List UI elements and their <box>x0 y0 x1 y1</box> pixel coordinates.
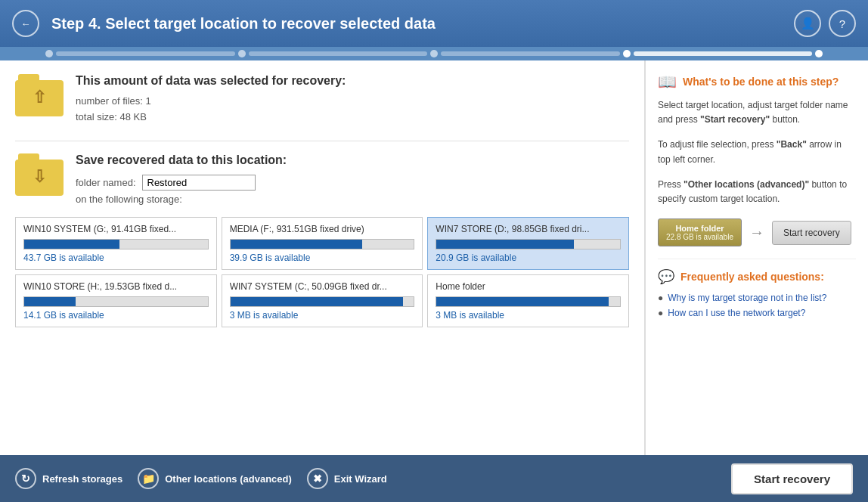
mini-recovery-demo: Home folder 22.8 GB is available → Start… <box>658 218 856 246</box>
other-locations-button[interactable]: 📁 Other locations (advanced) <box>138 468 292 489</box>
storage-bar-bg-1 <box>230 239 415 249</box>
storage-title-0: WIN10 SYSTEM (G:, 91.41GB fixed... <box>23 224 209 234</box>
folder-name-input[interactable] <box>142 175 256 191</box>
main-content: ⇧ This amount of data was selected for r… <box>0 60 868 455</box>
total-size: total size: 48 KB <box>76 110 346 126</box>
help-text-3: Press "Other locations (advanced)" butto… <box>658 178 856 206</box>
recovery-heading: This amount of data was selected for rec… <box>76 74 346 88</box>
storage-scroll-container: WIN10 SYSTEM (G:, 91.41GB fixed...43.7 G… <box>15 217 629 327</box>
back-button[interactable]: ← <box>12 10 39 37</box>
exit-wizard-button[interactable]: ✖ Exit Wizard <box>307 468 387 489</box>
files-count: number of files: 1 <box>76 94 346 110</box>
folder-name-row: folder named: <box>76 175 287 191</box>
storage-bar-fill-1 <box>231 240 363 249</box>
progress-step-1 <box>56 51 235 56</box>
folder-name-label: folder named: <box>76 177 136 188</box>
user-button[interactable]: 👤 <box>794 10 821 37</box>
storage-bar-fill-5 <box>436 297 609 306</box>
header: ← Step 4. Select target location to reco… <box>0 0 868 47</box>
storage-available-1: 39.9 GB is available <box>230 253 415 263</box>
faq-icon: 💬 <box>658 268 674 285</box>
upload-arrow: ⇧ <box>33 88 46 107</box>
refresh-icon: ↻ <box>15 468 36 489</box>
left-panel: ⇧ This amount of data was selected for r… <box>0 60 645 455</box>
arrow-right-icon: → <box>749 224 764 241</box>
folder-download-icon: ⇩ <box>15 153 64 196</box>
progress-dot-2 <box>238 50 246 57</box>
footer: ↻ Refresh storages 📁 Other locations (ad… <box>0 455 868 502</box>
help-text-1: Select target location, adjust target fo… <box>658 98 856 127</box>
faq-text: Why is my target storage not in the list… <box>668 293 826 303</box>
mini-folder-label: Home folder <box>666 224 733 233</box>
storage-item-2[interactable]: WIN7 STORE (D:, 98.85GB fixed dri...20.9… <box>427 217 629 270</box>
storage-grid: WIN10 SYSTEM (G:, 91.41GB fixed...43.7 G… <box>15 217 629 327</box>
save-info: Save recovered data to this location: fo… <box>76 153 287 205</box>
storage-bar-bg-3 <box>23 296 209 307</box>
storage-item-4[interactable]: WIN7 SYSTEM (C:, 50.09GB fixed dr...3 MB… <box>222 274 423 327</box>
mini-folder-button: Home folder 22.8 GB is available <box>658 218 742 246</box>
storage-bar-fill-2 <box>436 240 574 249</box>
faq-bullet: ● <box>658 293 663 303</box>
folder-icon-footer: 📁 <box>138 468 159 489</box>
storage-item-3[interactable]: WIN10 STORE (H:, 19.53GB fixed d...14.1 … <box>15 274 217 327</box>
help-button[interactable]: ? <box>829 10 856 37</box>
exit-label: Exit Wizard <box>334 473 387 485</box>
exit-icon: ✖ <box>307 468 328 489</box>
storage-bar-bg-2 <box>436 239 621 249</box>
faq-section-title: 💬 Frequently asked questions: <box>658 268 856 285</box>
help-title-text: What's to be done at this step? <box>683 76 839 88</box>
start-recovery-button[interactable]: Start recovery <box>731 463 853 494</box>
storage-bar-fill-0 <box>24 240 119 249</box>
progress-step-4 <box>634 51 813 56</box>
progress-dot-4 <box>623 50 631 57</box>
storage-available-2: 20.9 GB is available <box>436 253 621 263</box>
save-heading: Save recovered data to this location: <box>76 153 287 167</box>
header-icons: 👤 ? <box>794 10 856 37</box>
folder-upload-icon: ⇧ <box>15 74 64 116</box>
recovery-info-text: This amount of data was selected for rec… <box>76 74 346 126</box>
storage-available-4: 3 MB is available <box>230 310 415 321</box>
book-icon: 📖 <box>658 73 677 91</box>
faq-text: How can I use the network target? <box>668 308 805 318</box>
user-icon: 👤 <box>801 17 815 30</box>
refresh-storages-button[interactable]: ↻ Refresh storages <box>15 468 122 489</box>
faq-divider <box>658 259 856 259</box>
faq-list: ●Why is my target storage not in the lis… <box>658 293 856 318</box>
storage-bar-bg-0 <box>23 239 209 249</box>
storage-item-1[interactable]: MEDIA (F:, 931.51GB fixed drive)39.9 GB … <box>222 217 423 270</box>
storage-bar-fill-3 <box>24 297 76 306</box>
step-title: Select target location to recover select… <box>105 15 436 32</box>
divider <box>15 141 629 141</box>
help-icon: ? <box>839 17 845 30</box>
mini-start-recovery-button[interactable]: Start recovery <box>772 221 851 245</box>
step-number: Step 4. <box>51 15 101 32</box>
storage-available-3: 14.1 GB is available <box>23 310 209 321</box>
progress-dot-1 <box>45 50 53 57</box>
progress-dot-3 <box>430 50 438 57</box>
storage-title-2: WIN7 STORE (D:, 98.85GB fixed dri... <box>436 224 621 234</box>
storage-bar-bg-5 <box>436 296 621 307</box>
faq-item-1[interactable]: ●How can I use the network target? <box>658 308 856 318</box>
right-panel: 📖 What's to be done at this step? Select… <box>645 60 868 455</box>
storage-bar-bg-4 <box>230 296 415 307</box>
help-section-title: 📖 What's to be done at this step? <box>658 73 856 91</box>
storage-item-0[interactable]: WIN10 SYSTEM (G:, 91.41GB fixed...43.7 G… <box>15 217 217 270</box>
header-title: Step 4. Select target location to recove… <box>51 15 794 33</box>
storage-title-3: WIN10 STORE (H:, 19.53GB fixed d... <box>23 281 209 292</box>
storage-title-4: WIN7 SYSTEM (C:, 50.09GB fixed dr... <box>230 281 415 292</box>
progress-bar <box>0 47 868 60</box>
recovery-info-section: ⇧ This amount of data was selected for r… <box>15 74 629 126</box>
refresh-label: Refresh storages <box>42 473 122 485</box>
save-section: ⇩ Save recovered data to this location: … <box>15 153 629 205</box>
back-arrow-icon: ← <box>21 18 31 29</box>
faq-bullet: ● <box>658 308 663 318</box>
storage-title-5: Home folder <box>436 281 621 292</box>
storage-bar-fill-4 <box>231 297 403 306</box>
progress-dot-5 <box>815 50 823 57</box>
storage-title-1: MEDIA (F:, 931.51GB fixed drive) <box>230 224 415 234</box>
faq-title-text: Frequently asked questions: <box>680 271 824 283</box>
progress-step-2 <box>249 51 428 56</box>
faq-item-0[interactable]: ●Why is my target storage not in the lis… <box>658 293 856 303</box>
storage-item-5[interactable]: Home folder3 MB is available <box>427 274 629 327</box>
storage-available-5: 3 MB is available <box>436 310 621 321</box>
